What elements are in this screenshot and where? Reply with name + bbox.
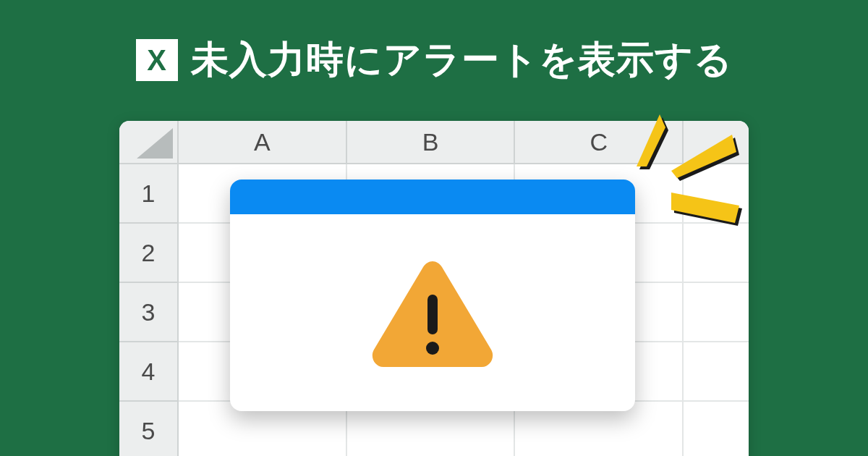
row-header[interactable]: 1 <box>119 164 179 224</box>
emphasis-wedge-icon <box>631 114 665 166</box>
page-title: 未入力時にアラートを表示する <box>191 35 733 85</box>
svg-marker-0 <box>637 114 665 166</box>
cell[interactable] <box>684 342 749 402</box>
cell[interactable] <box>684 283 749 342</box>
emphasis-wedge-icon <box>671 188 739 223</box>
excel-icon: X <box>136 39 178 81</box>
warning-icon <box>371 258 494 367</box>
column-header[interactable]: B <box>347 121 516 164</box>
svg-marker-2 <box>671 193 739 223</box>
row-header[interactable]: 5 <box>119 402 179 456</box>
svg-rect-3 <box>427 295 438 334</box>
emphasis-wedge-icon <box>671 135 736 178</box>
page-header: X 未入力時にアラートを表示する <box>0 35 868 85</box>
select-all-corner[interactable] <box>119 121 179 164</box>
cell[interactable] <box>684 402 749 456</box>
alert-dialog <box>230 180 635 411</box>
svg-marker-1 <box>671 135 736 178</box>
column-header[interactable]: A <box>179 121 347 164</box>
row-header[interactable]: 3 <box>119 283 179 342</box>
excel-icon-letter: X <box>147 44 166 77</box>
row-header[interactable]: 4 <box>119 342 179 402</box>
dialog-titlebar[interactable] <box>230 180 635 214</box>
cell[interactable] <box>684 224 749 283</box>
row-header[interactable]: 2 <box>119 224 179 283</box>
svg-point-4 <box>426 342 439 355</box>
dialog-body <box>230 214 635 411</box>
